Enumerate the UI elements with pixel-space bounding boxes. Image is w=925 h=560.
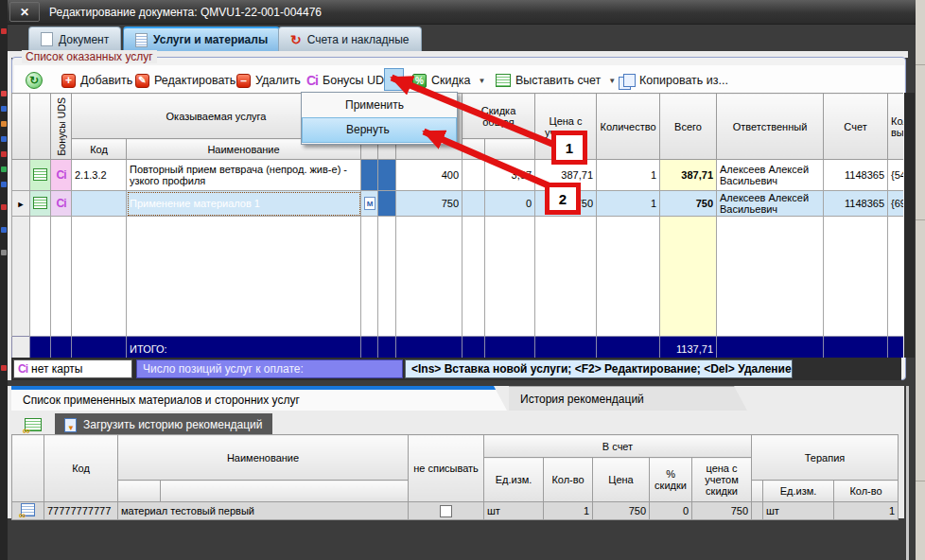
cell-service-flag[interactable]	[378, 160, 396, 191]
cell-code[interactable]: 77777777777	[44, 502, 118, 520]
close-button[interactable]	[9, 2, 40, 22]
invoice-flag-cell[interactable]	[30, 191, 51, 217]
cell-price-disc[interactable]: 750	[692, 502, 752, 520]
table-link-icon[interactable]	[25, 418, 42, 431]
cell-unit[interactable]: шт	[484, 502, 544, 520]
invoice-sheet-icon	[496, 74, 511, 87]
cell-name-selected[interactable]: Применение материалов 1	[127, 191, 361, 217]
cell-no-writeoff[interactable]	[409, 502, 484, 520]
cell-discount[interactable]: 0	[650, 502, 692, 520]
cell-total[interactable]: 387,71	[660, 160, 717, 191]
vertical-scrollbar[interactable]	[904, 93, 915, 358]
add-icon	[61, 74, 76, 88]
cell-responsible[interactable]: Алексеев Алексей Васильевич	[717, 160, 824, 191]
cell-price[interactable]: 400	[396, 160, 462, 191]
tab-document[interactable]: Документ	[28, 26, 121, 51]
name-header: Наименование	[118, 435, 409, 481]
price-subheader	[462, 139, 485, 160]
invoice-group-header: В счет	[484, 435, 752, 458]
empty-grid-area	[12, 217, 904, 337]
cell-therapy-unit[interactable]: шт	[763, 502, 834, 520]
clipped-column-header: Кол вы	[888, 94, 903, 160]
column-label: Счет	[844, 121, 866, 132]
copy-icon	[619, 74, 635, 88]
cell-price[interactable]: 750	[593, 502, 650, 520]
materials-grid: Код Наименование не списывать В счет Тер…	[11, 434, 899, 520]
menu-item-apply[interactable]: Применить	[302, 93, 457, 117]
cell-price[interactable]: 750	[396, 191, 462, 217]
cell-discount-pct[interactable]: 0	[485, 191, 535, 217]
percent-icon	[412, 74, 427, 88]
mini-icon	[1, 250, 7, 255]
tab-invoices[interactable]: Счета и накладные	[278, 26, 422, 51]
mini-icon	[1, 136, 7, 142]
price-header: Цена	[593, 458, 650, 502]
mini-icon	[1, 91, 7, 96]
button-label: Добавить	[80, 74, 132, 87]
tab-recommendation-history[interactable]: История рекомендаций	[509, 386, 747, 411]
account-header: Счет	[824, 94, 888, 160]
cell-material-flag[interactable]	[361, 191, 378, 217]
invoice-row-icon	[33, 197, 47, 209]
row-icon-cell[interactable]	[12, 502, 44, 520]
cell-account[interactable]: 1148365	[824, 191, 888, 217]
material-row[interactable]: 77777777777 материал тестовый первый шт …	[12, 502, 899, 520]
cell-extra[interactable]: {69	[888, 191, 903, 217]
service-row[interactable]: 2.1.3.2 Повторный прием ветврача (непрод…	[12, 160, 904, 191]
cell-qty[interactable]: 1	[544, 502, 593, 520]
no-writeoff-checkbox[interactable]	[440, 505, 452, 517]
cell-total[interactable]: 750	[660, 191, 717, 217]
column-label: Код	[90, 144, 108, 155]
cell-account[interactable]: 1148365	[824, 160, 888, 191]
add-button[interactable]: Добавить	[61, 69, 132, 92]
menu-item-revert[interactable]: Вернуть	[302, 117, 457, 143]
tab-applied-materials[interactable]: Список примененных материалов и сторонни…	[11, 386, 507, 411]
download-icon	[64, 418, 77, 432]
issue-invoice-button[interactable]: Выставить счет	[496, 69, 616, 92]
uds-flag-cell[interactable]	[51, 191, 72, 217]
refresh-button[interactable]	[26, 69, 43, 92]
cell-quantity[interactable]: 1	[597, 160, 660, 191]
uds-flag-cell[interactable]	[51, 160, 72, 191]
load-history-button[interactable]: Загрузить историю рекомендаций	[55, 413, 272, 436]
copy-from-button[interactable]: Копировать из...	[619, 69, 728, 92]
delete-button[interactable]: Удалить	[236, 69, 301, 92]
discount-group-header: Скидка общая	[462, 94, 535, 139]
cell-code[interactable]	[72, 191, 127, 217]
cell-responsible[interactable]: Алексеев Алексей Васильевич	[717, 191, 824, 217]
totals-row: ИТОГО: 1137,71	[12, 337, 904, 359]
qty-header: Кол-во	[544, 458, 593, 502]
service-row-selected[interactable]: Применение материалов 1 750 0 750 1 750 …	[12, 191, 904, 217]
invoice-flag-cell[interactable]	[30, 160, 51, 191]
tab-label: Документ	[59, 33, 109, 46]
mini-icon	[1, 182, 7, 187]
uds-icon	[57, 168, 66, 182]
cell-material-flag[interactable]	[361, 160, 378, 191]
uds-dropdown-button[interactable]	[384, 68, 404, 91]
uds-bonus-button[interactable]: Бонусы UDS	[306, 69, 392, 92]
column-label: Всего	[674, 121, 702, 132]
cell-discount-empty[interactable]	[462, 191, 485, 217]
uds-column-header: Бонусы UDS	[51, 94, 72, 160]
cell-extra[interactable]: {54	[888, 160, 903, 191]
tab-services-materials[interactable]: Услуги и материалы	[123, 26, 280, 51]
responsible-header: Ответственный	[717, 94, 824, 160]
name-subheader-empty	[161, 481, 409, 502]
column-label: Бонусы UDS	[56, 97, 67, 156]
tab-label: История рекомендаций	[520, 393, 644, 406]
edit-button[interactable]: Редактировать	[135, 69, 236, 92]
cell-therapy-qty[interactable]: 1	[834, 502, 899, 520]
cell-discount-pct[interactable]: 3,07	[485, 160, 535, 191]
row-selector-cell[interactable]	[12, 191, 30, 217]
cell-service-flag[interactable]	[378, 191, 396, 217]
cell-name[interactable]: Повторный прием ветврача (непрод. жив-е)…	[127, 160, 361, 191]
document-edit-window: Редактирование документа: QMVU1-22-001-0…	[8, 0, 916, 560]
cell-discount-empty[interactable]	[462, 160, 485, 191]
cell-therapy-empty[interactable]	[752, 502, 763, 520]
cell-name[interactable]: материал тестовый первый	[118, 502, 409, 520]
cell-quantity[interactable]: 1	[597, 191, 660, 217]
code-header: Код	[72, 139, 127, 160]
discount-button[interactable]: Скидка	[412, 69, 485, 92]
row-selector-cell[interactable]	[12, 160, 30, 191]
cell-code[interactable]: 2.1.3.2	[72, 160, 127, 191]
